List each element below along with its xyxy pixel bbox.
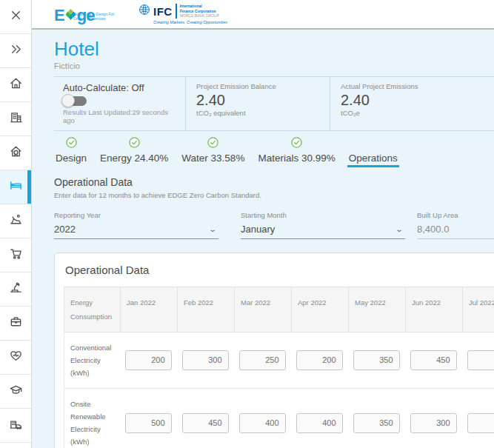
actual-emissions-label: Actual Project Emissions	[341, 82, 484, 90]
sidebar-item-homes[interactable]	[0, 136, 31, 170]
energy-value-input[interactable]	[353, 413, 400, 433]
tab-water[interactable]: Water 33.58%	[180, 138, 246, 167]
table-row: Onsite Renewable Electricity (kWh)	[64, 388, 494, 448]
ifc-wordmark: IFC	[153, 5, 173, 18]
table-row: Conventional Electricity (kWh)	[64, 332, 494, 388]
value-cell	[406, 332, 463, 388]
education-cap-icon	[9, 383, 23, 400]
project-emission-balance: Project Emission Balance 2.40 tCO₂ equiv…	[185, 77, 330, 130]
energy-value-input[interactable]	[296, 350, 343, 370]
actual-project-emissions: Actual Project Emissions 2.40 tCO₂e	[330, 77, 494, 130]
value-cell	[235, 388, 292, 448]
ifc-name: International Finance Corporation WORLD …	[176, 4, 219, 19]
edge-tagline: Excellence in Design For Greater Efficie…	[73, 12, 118, 21]
value-cell	[292, 388, 349, 448]
energy-value-input[interactable]	[125, 413, 172, 433]
value-cell	[463, 388, 494, 448]
starting-month-label: Starting Month	[241, 211, 405, 219]
sidebar-item-hotel[interactable]	[0, 170, 31, 204]
tab-label: Design	[56, 153, 87, 164]
energy-value-input[interactable]	[296, 413, 343, 433]
auto-calculate-label: Auto-Calculate: Off	[63, 82, 175, 93]
value-cell	[178, 332, 235, 388]
page-title: Hotel	[54, 39, 494, 60]
energy-value-input[interactable]	[467, 413, 494, 433]
laboratory-icon	[9, 281, 23, 298]
row-label: Conventional Electricity (kWh)	[64, 332, 121, 388]
sidebar-item-education[interactable]	[0, 375, 31, 409]
reporting-year-value: 2022	[54, 224, 76, 235]
tab-materials[interactable]: Materials 30.99%	[256, 138, 336, 167]
sidebar-item-retail[interactable]	[0, 238, 31, 273]
check-circle-icon	[129, 137, 140, 151]
energy-value-input[interactable]	[410, 413, 457, 433]
energy-value-input[interactable]	[410, 350, 457, 370]
healthcare-heart-icon	[9, 349, 23, 366]
tab-design[interactable]: Design	[54, 138, 88, 167]
starting-month-value: January	[241, 224, 275, 235]
value-cell	[235, 332, 292, 388]
value-cell	[349, 388, 406, 448]
page-subtitle: Fictício	[54, 61, 494, 70]
check-circle-icon	[291, 137, 302, 151]
sidebar-item-home[interactable]	[0, 68, 31, 102]
home-icon	[9, 76, 23, 93]
column-header-month: Jan 2022	[121, 287, 178, 332]
sidebar-item-offices[interactable]	[0, 307, 31, 341]
expand-icon	[9, 42, 23, 59]
emission-balance-unit: tCO₂ equivalent	[196, 109, 319, 117]
sidebar-item-office-buildings[interactable]	[0, 102, 31, 136]
column-header-month: May 2022	[349, 287, 406, 332]
value-cell	[406, 388, 463, 448]
tab-operations[interactable]: Operations	[347, 138, 399, 167]
emission-balance-value: 2.40	[196, 92, 319, 109]
energy-value-input[interactable]	[125, 350, 172, 370]
resort-lounge-icon	[9, 213, 23, 230]
tab-label: Water 33.58%	[181, 153, 244, 164]
built-up-area-label: Built Up Area	[417, 211, 494, 219]
section-subtitle: Enter data for 12 months to achieve EDGE…	[54, 191, 494, 199]
energy-value-input[interactable]	[182, 350, 229, 370]
energy-value-input[interactable]	[182, 413, 229, 433]
industry-building-icon	[9, 417, 23, 434]
energy-value-input[interactable]	[239, 413, 286, 433]
value-cell	[121, 332, 178, 388]
reporting-year-label: Reporting Year	[54, 211, 218, 219]
form-fields: Reporting Year 2022 ⌄ Starting Month Jan…	[54, 211, 494, 239]
tab-label: Materials 30.99%	[258, 153, 335, 164]
column-header-month: Jun 2022	[406, 287, 463, 332]
value-cell	[463, 332, 494, 388]
energy-value-input[interactable]	[353, 350, 400, 370]
edge-logo: E ge Excellence in Design For Greater Ef…	[54, 7, 118, 21]
check-circle-icon	[66, 137, 77, 151]
row-label: Onsite Renewable Electricity (kWh)	[64, 388, 121, 448]
energy-value-input[interactable]	[239, 350, 286, 370]
chevron-down-icon: ⌄	[395, 225, 404, 233]
ifc-globe-icon	[138, 4, 150, 19]
office-buildings-icon	[9, 110, 23, 127]
hotel-bed-icon	[9, 178, 23, 195]
sidebar-item-laboratory[interactable]	[0, 273, 31, 307]
check-circle-icon	[207, 137, 218, 151]
energy-value-input[interactable]	[467, 350, 494, 370]
tab-bar: DesignEnergy 24.40%Water 33.58%Materials…	[54, 138, 494, 167]
section-title: Operational Data	[54, 176, 494, 188]
left-sidebar	[0, 0, 32, 448]
column-header-month: Apr 2022	[292, 287, 349, 332]
tab-energy[interactable]: Energy 24.40%	[99, 138, 170, 167]
sidebar-item-industry[interactable]	[0, 409, 31, 443]
sidebar-item-resorts[interactable]	[0, 204, 31, 238]
emission-balance-label: Project Emission Balance	[196, 82, 319, 90]
auto-calculate-toggle[interactable]	[64, 96, 87, 106]
sidebar-item-close[interactable]	[0, 0, 31, 34]
starting-month-select[interactable]: January ⌄	[241, 224, 405, 239]
column-header-month: Jul 2022	[463, 287, 494, 332]
sidebar-item-healthcare[interactable]	[0, 341, 31, 375]
close-icon	[9, 8, 23, 25]
chevron-down-icon: ⌄	[208, 225, 217, 233]
energy-consumption-table: Energy ConsumptionJan 2022Feb 2022Mar 20…	[64, 287, 494, 448]
column-header-month: Feb 2022	[178, 287, 235, 332]
reporting-year-select[interactable]: 2022 ⌄	[54, 224, 218, 239]
auto-calculate-panel: Auto-Calculate: Off Results Last Updated…	[54, 77, 185, 130]
sidebar-item-expand[interactable]	[0, 34, 31, 68]
